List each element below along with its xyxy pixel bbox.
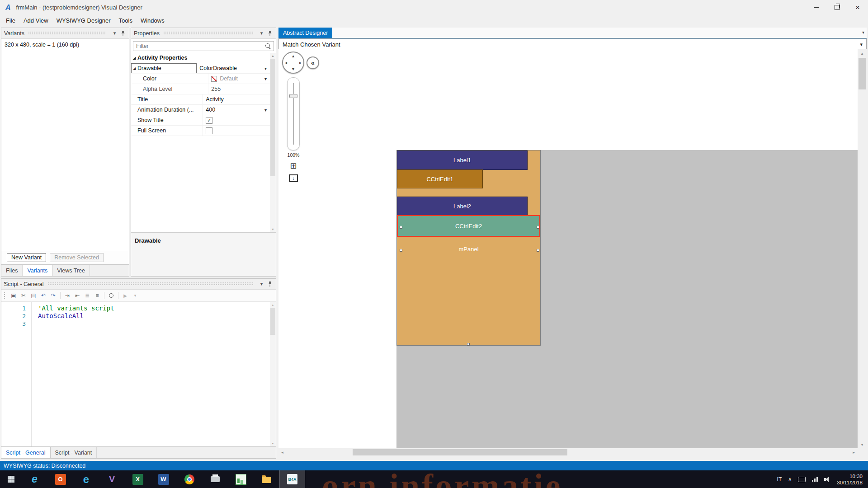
- menu-wysiwyg-designer[interactable]: WYSIWYG Designer: [52, 16, 115, 25]
- drawable-dropdown[interactable]: ColorDrawable: [197, 63, 270, 73]
- designer-hscrollbar[interactable]: ◂ ▸: [278, 448, 858, 456]
- editor-scrollbar[interactable]: [270, 302, 276, 446]
- start-button[interactable]: [0, 470, 22, 488]
- view-label1[interactable]: Label1: [397, 150, 528, 170]
- panel-grip[interactable]: [28, 31, 106, 35]
- chevron-down-icon[interactable]: [111, 30, 118, 37]
- pin-icon[interactable]: [266, 281, 273, 287]
- pin-icon[interactable]: [266, 30, 273, 37]
- redo-icon[interactable]: [49, 291, 58, 300]
- zoom-thumb[interactable]: [289, 94, 297, 98]
- property-row-title[interactable]: Title Activity: [131, 94, 270, 105]
- chevron-down-icon[interactable]: [258, 281, 265, 287]
- scroll-thumb[interactable]: [270, 308, 275, 335]
- pan-pad[interactable]: ▴ ▾ ◂ ▸: [282, 52, 304, 74]
- taskbar-chrome[interactable]: [176, 470, 202, 488]
- tab-abstract-designer[interactable]: Abstract Designer: [278, 28, 332, 38]
- pan-right-icon[interactable]: ▸: [299, 61, 302, 65]
- property-row-animation-duration[interactable]: Animation Duration (... 400: [131, 105, 270, 115]
- cut-icon[interactable]: [19, 291, 28, 300]
- properties-scrollbar[interactable]: [270, 53, 276, 232]
- pan-down-icon[interactable]: ▾: [292, 67, 294, 71]
- title-value[interactable]: Activity: [203, 94, 270, 104]
- grid-toggle-icon[interactable]: [290, 162, 297, 170]
- collapse-icon[interactable]: [131, 66, 137, 70]
- zoom-slider[interactable]: [287, 77, 300, 150]
- scroll-right-icon[interactable]: ▸: [850, 448, 858, 456]
- scroll-thumb[interactable]: [859, 58, 866, 89]
- collapse-tools-button[interactable]: «: [307, 56, 319, 69]
- activity-panel-mpanel[interactable]: Label1 CCtrlEdit1 Label2 CCtrlEdit2 mPan…: [396, 150, 541, 346]
- scroll-down-icon[interactable]: ▾: [858, 441, 867, 448]
- view-cctrledit1[interactable]: CCtrlEdit1: [397, 169, 483, 188]
- script-editor[interactable]: 1 2 3 'All variants script AutoScaleAll: [1, 302, 276, 446]
- taskbar-b4a-active[interactable]: B4A: [279, 470, 305, 488]
- code-area[interactable]: 'All variants script AutoScaleAll: [32, 302, 270, 446]
- indent-icon[interactable]: [63, 291, 72, 300]
- scroll-up-icon[interactable]: ▴: [858, 49, 867, 57]
- pan-up-icon[interactable]: ▴: [292, 54, 294, 58]
- new-variant-button[interactable]: New Variant: [7, 253, 46, 262]
- selection-handle[interactable]: [400, 249, 402, 252]
- close-button[interactable]: ×: [847, 0, 868, 15]
- touch-keyboard-icon[interactable]: [798, 477, 806, 482]
- scroll-left-icon[interactable]: ◂: [278, 448, 286, 456]
- minimize-button[interactable]: [806, 0, 826, 15]
- chevron-down-icon[interactable]: [258, 30, 265, 37]
- property-row-drawable[interactable]: Drawable ColorDrawable: [131, 63, 270, 74]
- comment-icon[interactable]: [83, 291, 92, 300]
- copy-icon[interactable]: [9, 291, 18, 300]
- menu-add-view[interactable]: Add View: [19, 16, 52, 25]
- menu-tools[interactable]: Tools: [115, 16, 137, 25]
- menu-file[interactable]: File: [2, 16, 19, 25]
- network-icon[interactable]: [812, 477, 818, 482]
- outdent-icon[interactable]: [73, 291, 82, 300]
- show-title-checkbox[interactable]: ✓: [206, 117, 212, 124]
- scroll-down-icon[interactable]: [270, 441, 276, 446]
- selection-handle[interactable]: [537, 249, 539, 252]
- tab-variants[interactable]: Variants: [23, 265, 52, 276]
- taskbar-b4a-designer[interactable]: [228, 470, 254, 488]
- uncomment-icon[interactable]: [93, 291, 102, 300]
- scroll-thumb[interactable]: [270, 59, 275, 176]
- taskbar-file-explorer[interactable]: [254, 470, 279, 488]
- property-row-color[interactable]: Color Default: [131, 74, 270, 84]
- volume-icon[interactable]: [824, 477, 830, 482]
- variant-item[interactable]: 320 x 480, scale = 1 (160 dpi): [1, 39, 129, 50]
- property-group-row[interactable]: Activity Properties: [131, 53, 270, 63]
- scroll-up-icon[interactable]: [270, 302, 276, 308]
- pin-icon[interactable]: [119, 30, 126, 37]
- undo-icon[interactable]: [39, 291, 48, 300]
- animation-duration-dropdown[interactable]: 400: [203, 105, 270, 115]
- full-screen-checkbox[interactable]: [206, 127, 212, 134]
- clock[interactable]: 10:30 30/11/2018: [837, 473, 863, 486]
- taskbar-internet-explorer[interactable]: e: [22, 470, 47, 488]
- tray-expand-icon[interactable]: [788, 476, 792, 482]
- taskbar-excel[interactable]: X: [125, 470, 151, 488]
- tab-views-tree[interactable]: Views Tree: [52, 265, 90, 276]
- view-label2[interactable]: Label2: [397, 197, 528, 216]
- language-indicator[interactable]: IT: [777, 476, 782, 483]
- paste-icon[interactable]: [29, 291, 38, 300]
- variant-selector-dropdown[interactable]: Match Chosen Variant: [278, 38, 867, 50]
- restore-button[interactable]: [826, 0, 847, 15]
- scroll-up-icon[interactable]: [270, 53, 276, 59]
- property-row-alpha-level[interactable]: Alpha Level 255: [131, 84, 270, 94]
- selection-handle[interactable]: [467, 343, 470, 346]
- taskbar-office[interactable]: O: [47, 470, 73, 488]
- filter-input[interactable]: [133, 41, 274, 51]
- property-row-show-title[interactable]: Show Title ✓: [131, 115, 270, 126]
- taskbar-word[interactable]: W: [151, 470, 176, 488]
- alpha-level-value[interactable]: 255: [208, 84, 270, 94]
- panel-grip[interactable]: [163, 31, 253, 35]
- tab-script-variant[interactable]: Script - Variant: [51, 447, 97, 458]
- designer-vscrollbar[interactable]: ▴ ▾: [858, 49, 867, 448]
- taskbar-printer[interactable]: [202, 470, 228, 488]
- property-row-full-screen[interactable]: Full Screen: [131, 126, 270, 136]
- toolbar-overflow-icon[interactable]: [131, 291, 140, 300]
- collapse-icon[interactable]: [131, 56, 137, 60]
- scroll-down-icon[interactable]: [270, 226, 276, 232]
- scroll-thumb[interactable]: [353, 449, 567, 455]
- tab-script-general[interactable]: Script - General: [1, 447, 51, 458]
- selection-handle[interactable]: [400, 226, 402, 229]
